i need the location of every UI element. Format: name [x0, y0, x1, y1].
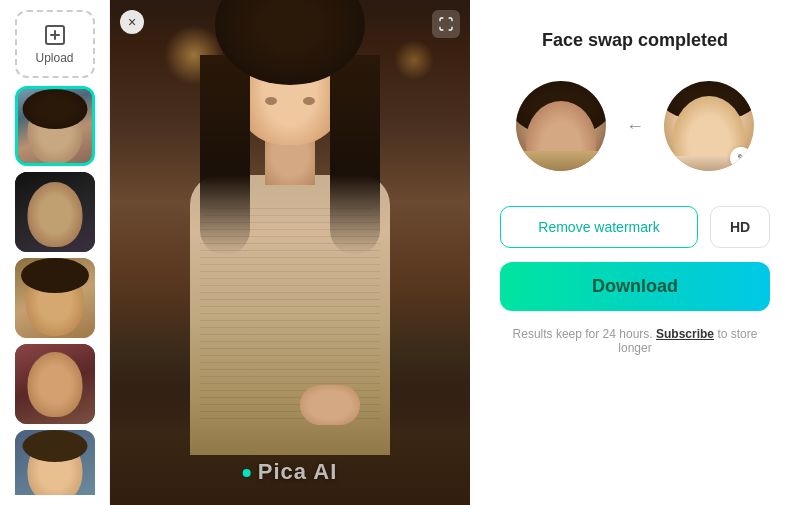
expand-button[interactable]	[432, 10, 460, 38]
swap-arrow-icon: ←	[626, 116, 644, 137]
upload-button[interactable]: Upload	[15, 10, 95, 78]
thumbnail-item[interactable]	[15, 172, 95, 252]
edit-icon: ✎	[737, 152, 746, 165]
action-row: Remove watermark HD	[500, 206, 770, 248]
thumbnail-item[interactable]	[15, 258, 95, 338]
results-note-text: Results keep for 24 hours.	[513, 327, 653, 341]
hd-button[interactable]: HD	[710, 206, 770, 248]
thumbnail-item[interactable]	[15, 344, 95, 424]
source-face-avatar	[516, 81, 606, 171]
results-note: Results keep for 24 hours. Subscribe to …	[500, 327, 770, 355]
main-preview: × Pica AI	[110, 0, 470, 505]
close-button[interactable]: ×	[120, 10, 144, 34]
face-swap-row: ← ✎	[500, 81, 770, 171]
target-face-avatar: ✎	[664, 81, 754, 171]
thumbnail-list	[8, 86, 101, 495]
thumbnail-item[interactable]	[15, 86, 95, 166]
sidebar: Upload	[0, 0, 110, 505]
preview-image	[110, 0, 470, 505]
edit-button[interactable]: ✎	[730, 147, 752, 169]
subscribe-link[interactable]: Subscribe	[656, 327, 714, 341]
upload-icon	[43, 23, 67, 47]
download-button[interactable]: Download	[500, 262, 770, 311]
remove-watermark-button[interactable]: Remove watermark	[500, 206, 698, 248]
completion-title: Face swap completed	[500, 30, 770, 51]
expand-icon	[438, 16, 454, 32]
upload-label: Upload	[35, 51, 73, 65]
thumbnail-item[interactable]	[15, 430, 95, 495]
close-icon: ×	[128, 14, 136, 30]
right-panel: Face swap completed ← ✎ Remove watermar	[470, 0, 800, 505]
